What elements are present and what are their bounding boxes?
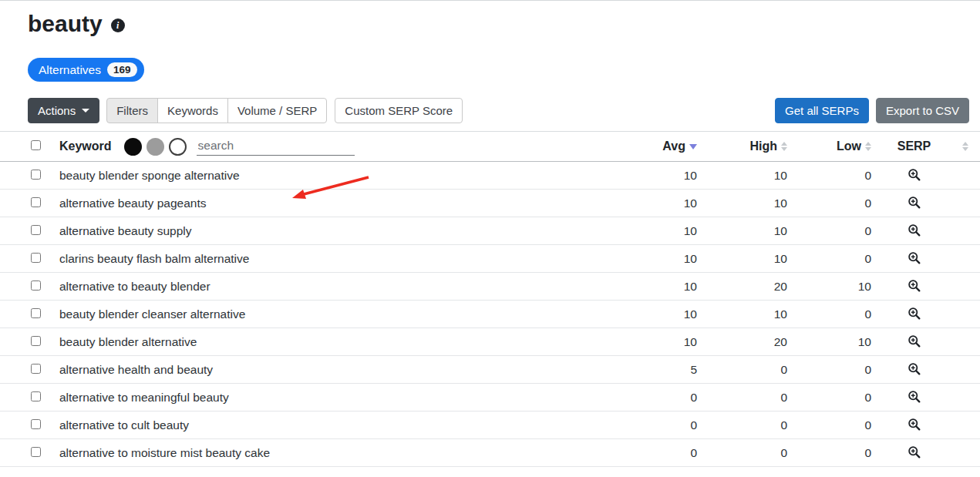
serp-zoom-button[interactable]	[906, 333, 922, 351]
table-row: alternative health and beauty500	[0, 356, 980, 384]
keyword-text: alternative beauty pageants	[50, 197, 206, 210]
low-value: 0	[787, 217, 871, 245]
custom-serp-score-button[interactable]: Custom SERP Score	[335, 98, 463, 123]
toolbar: Actions Filters Keywords Volume / SERP C…	[28, 98, 952, 123]
high-column-header[interactable]: High	[697, 132, 787, 162]
row-checkbox[interactable]	[31, 308, 41, 318]
avg-value: 10	[589, 301, 697, 328]
low-column-header[interactable]: Low	[787, 132, 871, 162]
black-circle-filter-icon[interactable]	[124, 138, 142, 156]
select-all-checkbox[interactable]	[31, 140, 41, 150]
keyword-cell: alternative health and beauty	[50, 356, 589, 384]
serp-cell	[871, 384, 980, 411]
keyword-cell: alternative to moisture mist beauty cake	[50, 439, 589, 467]
serp-cell	[871, 245, 980, 273]
row-checkbox[interactable]	[31, 419, 41, 429]
row-checkbox-cell	[0, 356, 50, 384]
serp-zoom-button[interactable]	[906, 361, 922, 379]
serp-magnifier-icon	[908, 418, 921, 431]
keyword-cell: clarins beauty flash balm alternative	[50, 245, 589, 273]
row-checkbox[interactable]	[31, 170, 41, 180]
serp-zoom-button[interactable]	[906, 416, 922, 435]
serp-magnifier-icon	[908, 168, 921, 181]
row-checkbox[interactable]	[31, 225, 41, 235]
row-checkbox-cell	[0, 190, 50, 217]
keyword-text: beauty blender sponge alternative	[50, 169, 240, 182]
table-row: alternative to beauty blender102010	[0, 273, 980, 301]
serp-magnifier-icon	[908, 251, 921, 264]
actions-button[interactable]: Actions	[28, 98, 99, 123]
avg-column-header[interactable]: Avg	[589, 132, 697, 162]
serp-header-label: SERP	[871, 139, 957, 153]
keyword-header-cell: Keyword	[50, 132, 589, 162]
white-circle-filter-icon[interactable]	[169, 138, 187, 156]
filters-button[interactable]: Filters	[106, 98, 158, 123]
low-value: 0	[787, 411, 871, 439]
serp-cell	[871, 273, 980, 301]
serp-magnifier-icon	[908, 307, 921, 320]
view-button-group: Filters Keywords Volume / SERP	[106, 98, 327, 123]
volume-serp-button[interactable]: Volume / SERP	[227, 98, 327, 123]
low-value: 0	[787, 245, 871, 273]
keyword-cell: alternative beauty pageants	[50, 190, 589, 217]
avg-value: 0	[589, 411, 697, 439]
keyword-text: alternative to beauty blender	[50, 280, 210, 293]
keyword-cell: beauty blender alternative	[50, 328, 589, 356]
keyword-cell: beauty blender sponge alternative	[50, 162, 589, 190]
keyword-text: beauty blender cleanser alternative	[50, 307, 245, 321]
high-value: 0	[697, 439, 787, 467]
high-header-label: High	[749, 139, 777, 153]
row-checkbox[interactable]	[31, 364, 41, 374]
row-checkbox-cell	[0, 384, 50, 411]
sort-desc-icon	[689, 144, 697, 149]
avg-value: 0	[589, 384, 697, 411]
serp-zoom-button[interactable]	[906, 388, 922, 407]
table-row: alternative to meaningful beauty000	[0, 384, 980, 411]
keyword-cell: alternative to beauty blender	[50, 273, 589, 301]
serp-zoom-button[interactable]	[906, 166, 922, 185]
keywords-button[interactable]: Keywords	[157, 98, 228, 123]
get-all-serps-button[interactable]: Get all SERPs	[775, 98, 869, 123]
table-row: beauty blender cleanser alternative10100	[0, 301, 980, 328]
row-checkbox[interactable]	[31, 391, 41, 401]
tab-alternatives-label: Alternatives	[39, 63, 101, 77]
gray-circle-filter-icon[interactable]	[146, 138, 164, 156]
tab-alternatives[interactable]: Alternatives 169	[28, 58, 144, 82]
export-to-csv-button[interactable]: Export to CSV	[876, 98, 969, 123]
info-icon[interactable]: i	[111, 18, 125, 32]
avg-value: 0	[589, 439, 697, 467]
high-value: 10	[697, 162, 787, 190]
serp-zoom-button[interactable]	[906, 222, 922, 240]
serp-zoom-button[interactable]	[906, 277, 922, 296]
keyword-cell: alternative to meaningful beauty	[50, 384, 589, 411]
serp-magnifier-icon	[908, 279, 921, 292]
page-title-text: beauty	[28, 11, 103, 37]
low-value: 0	[787, 439, 871, 467]
low-value: 10	[787, 273, 871, 301]
high-value: 10	[697, 245, 787, 273]
low-value: 0	[787, 190, 871, 217]
row-checkbox[interactable]	[31, 197, 41, 207]
alternatives-count-badge: 169	[107, 62, 137, 77]
serp-zoom-button[interactable]	[906, 250, 922, 268]
row-checkbox[interactable]	[31, 253, 41, 263]
high-value: 20	[697, 328, 787, 356]
serp-zoom-button[interactable]	[906, 194, 922, 213]
avg-value: 10	[589, 217, 697, 245]
serp-zoom-button[interactable]	[906, 305, 922, 324]
serp-magnifier-icon	[908, 196, 921, 209]
keyword-column-header[interactable]: Keyword	[50, 139, 112, 153]
serp-cell	[871, 439, 980, 467]
row-checkbox[interactable]	[31, 447, 41, 457]
table-row: beauty blender alternative102010	[0, 328, 980, 356]
keyword-search-input[interactable]	[197, 137, 355, 156]
serp-zoom-button[interactable]	[906, 444, 922, 462]
keyword-text: alternative to cult beauty	[50, 418, 189, 432]
serp-cell	[871, 301, 980, 328]
row-checkbox[interactable]	[31, 280, 41, 291]
serp-cell	[871, 217, 980, 245]
serp-column-header[interactable]: SERP	[871, 132, 980, 162]
keyword-text: alternative beauty supply	[50, 224, 191, 237]
keyword-text: alternative to meaningful beauty	[50, 391, 229, 404]
row-checkbox[interactable]	[31, 336, 41, 346]
